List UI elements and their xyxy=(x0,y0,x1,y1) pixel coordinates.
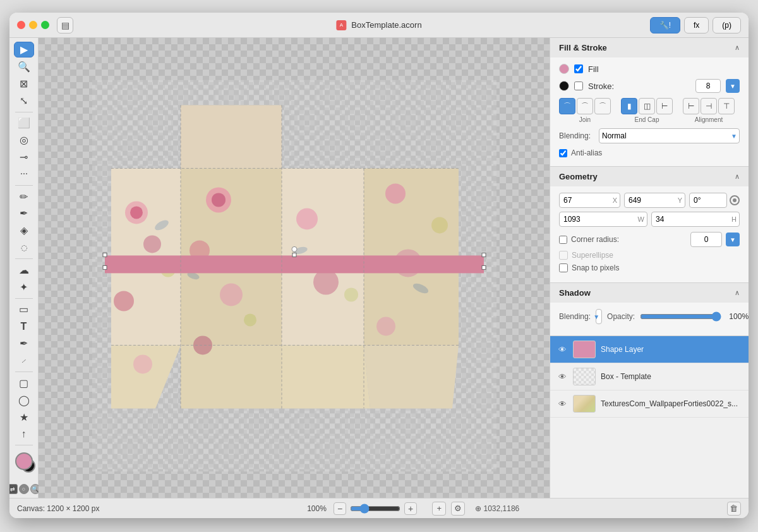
zoom-out-button[interactable]: − xyxy=(334,502,346,515)
layer-visibility-box-template[interactable]: 👁 xyxy=(556,371,568,382)
rotation-input[interactable] xyxy=(689,193,727,208)
svg-rect-41 xyxy=(292,253,296,257)
anti-alias-row: Anti-alias xyxy=(559,148,740,157)
lasso-tool-button[interactable]: ⊸ xyxy=(14,149,34,165)
crop-tool-button[interactable]: ⊠ xyxy=(14,76,34,92)
polygon-select-tool-button[interactable]: ⋯ xyxy=(14,166,34,182)
rect-draw-tool-button[interactable]: ▢ xyxy=(14,375,34,391)
svg-point-37 xyxy=(344,287,358,301)
zoom-in-button[interactable]: + xyxy=(404,502,417,515)
shadow-blending-row: Blending: Normal Multiply ▼ Opacity: 100… xyxy=(559,309,740,324)
geometry-body: X Y xyxy=(550,186,749,282)
script-toolbar-button[interactable]: (p) xyxy=(713,17,741,33)
geometry-header[interactable]: Geometry ∧ xyxy=(550,167,749,186)
x-label: X xyxy=(613,196,617,204)
endcap-round-button[interactable]: ◫ xyxy=(639,98,655,114)
h-input-wrap: H xyxy=(651,212,740,227)
layer-visibility-texture[interactable]: 👁 xyxy=(556,398,568,409)
align-outside-button[interactable]: ⊤ xyxy=(718,98,735,114)
reset-colors-button[interactable]: ○ xyxy=(19,484,29,494)
brush-fill-button[interactable]: ◈ xyxy=(14,222,34,238)
arrow-tool-button[interactable]: ↑ xyxy=(14,426,34,442)
svg-rect-7 xyxy=(181,105,282,168)
tool-separator-6 xyxy=(15,445,33,445)
blending-select[interactable]: Normal Multiply Screen Overlay xyxy=(599,128,740,143)
traffic-lights xyxy=(17,21,49,29)
tools-toolbar-button[interactable]: 🔧! xyxy=(650,17,680,33)
endcap-square-button[interactable]: ⊢ xyxy=(656,98,673,114)
effects-toolbar-button[interactable]: fx xyxy=(684,17,709,33)
bezier-tool-button[interactable]: ✒ xyxy=(14,336,34,351)
transform-tool-button[interactable]: ⤡ xyxy=(14,93,34,109)
corner-radius-dropdown[interactable]: ▼ xyxy=(726,233,740,246)
swap-colors-button[interactable]: ⇄ xyxy=(9,484,18,494)
fill-color-indicator[interactable] xyxy=(559,64,569,74)
zoom-tool-button[interactable]: 🔍 xyxy=(14,59,34,75)
layer-item-box-template[interactable]: 👁 Box - Template xyxy=(550,363,749,390)
eyedropper-tool-button[interactable]: ✒ xyxy=(14,206,34,222)
eraser-tool-button[interactable]: ◌ xyxy=(14,239,34,255)
join-round-button[interactable]: ⌒ xyxy=(577,98,593,114)
rect-shape-tool-button[interactable]: ▭ xyxy=(14,302,34,318)
close-button[interactable] xyxy=(17,21,25,29)
layer-item-shape[interactable]: 👁 Shape Layer xyxy=(550,336,749,363)
align-center-button[interactable]: ⊣ xyxy=(701,98,717,114)
stroke-value-input[interactable] xyxy=(695,79,721,93)
dodge-tool-button[interactable]: ✦ xyxy=(14,279,34,295)
svg-point-18 xyxy=(143,235,161,253)
text-tool-button[interactable]: T xyxy=(14,318,34,334)
canvas-area[interactable] xyxy=(39,38,550,498)
select-tool-button[interactable]: ▶ xyxy=(14,42,34,57)
star-tool-button[interactable]: ★ xyxy=(14,409,34,425)
fullscreen-button[interactable] xyxy=(41,21,49,29)
svg-rect-40 xyxy=(103,253,107,257)
endcap-buttons: ▮ ◫ ⊢ xyxy=(621,98,673,114)
x-input[interactable] xyxy=(559,193,620,208)
stroke-color-indicator[interactable] xyxy=(559,81,569,91)
stroke-dropdown-button[interactable]: ▼ xyxy=(726,79,740,93)
sidebar-toggle-button[interactable]: ▤ xyxy=(57,17,73,33)
shadow-title: Shadow xyxy=(559,288,591,298)
blur-tool-button[interactable]: ☁ xyxy=(14,262,34,278)
ellipse-select-tool-button[interactable]: ◎ xyxy=(14,132,34,148)
align-inside-button[interactable]: ⊢ xyxy=(683,98,699,114)
endcap-butt-button[interactable]: ▮ xyxy=(621,98,637,114)
delete-layer-button[interactable]: 🗑 xyxy=(727,502,741,516)
corner-radius-checkbox[interactable] xyxy=(559,236,567,244)
title-bar-right: 🔧! fx (p) xyxy=(650,17,741,33)
join-miter-button[interactable]: ⌒ xyxy=(559,98,575,114)
add-layer-button[interactable]: + xyxy=(432,502,446,516)
anti-alias-checkbox[interactable] xyxy=(559,149,567,157)
superellipse-checkbox[interactable] xyxy=(559,251,568,260)
y-input[interactable] xyxy=(624,193,685,208)
shadow-header[interactable]: Shadow ∧ xyxy=(550,283,749,303)
zoom-slider[interactable] xyxy=(350,504,400,514)
opacity-slider[interactable] xyxy=(640,311,721,322)
y-label: Y xyxy=(678,196,682,204)
primary-color-swatch[interactable] xyxy=(15,452,33,470)
stroke-checkbox[interactable] xyxy=(574,82,583,90)
layer-item-texture[interactable]: 👁 TexturesCom_WallpaperForties0022_s... xyxy=(550,390,749,418)
corner-radius-input[interactable] xyxy=(690,232,722,247)
layer-visibility-shape[interactable]: 👁 xyxy=(556,344,568,355)
fill-checkbox[interactable] xyxy=(574,64,583,73)
fill-stroke-header[interactable]: Fill & Stroke ∧ xyxy=(550,38,749,57)
pen-tool-button[interactable]: ✏ xyxy=(14,189,34,205)
shadow-blending-select[interactable]: Normal Multiply xyxy=(596,309,602,324)
w-input[interactable] xyxy=(559,212,647,227)
opacity-label: Opacity: xyxy=(607,312,635,321)
rect-select-tool-button[interactable]: ⬜ xyxy=(14,115,34,131)
shadow-blending-wrap: Normal Multiply ▼ xyxy=(596,309,602,324)
snap-to-pixels-checkbox[interactable] xyxy=(559,263,568,272)
canvas-content xyxy=(92,80,496,471)
h-input[interactable] xyxy=(651,212,740,227)
join-bevel-button[interactable]: ⌒ xyxy=(594,98,611,114)
minimize-button[interactable] xyxy=(29,21,37,29)
stroke-row: Stroke: ▼ xyxy=(559,79,740,93)
line-tool-button[interactable]: ⟋ xyxy=(14,353,34,368)
corner-radius-row: Corner radius: ▼ xyxy=(559,232,740,247)
ellipse-draw-tool-button[interactable]: ◯ xyxy=(14,392,34,408)
join-endcap-row: ⌒ ⌒ ⌒ Join ▮ ◫ ⊢ End xyxy=(559,98,740,123)
fill-stroke-title: Fill & Stroke xyxy=(559,43,607,52)
layer-settings-button[interactable]: ⚙ xyxy=(451,502,465,516)
